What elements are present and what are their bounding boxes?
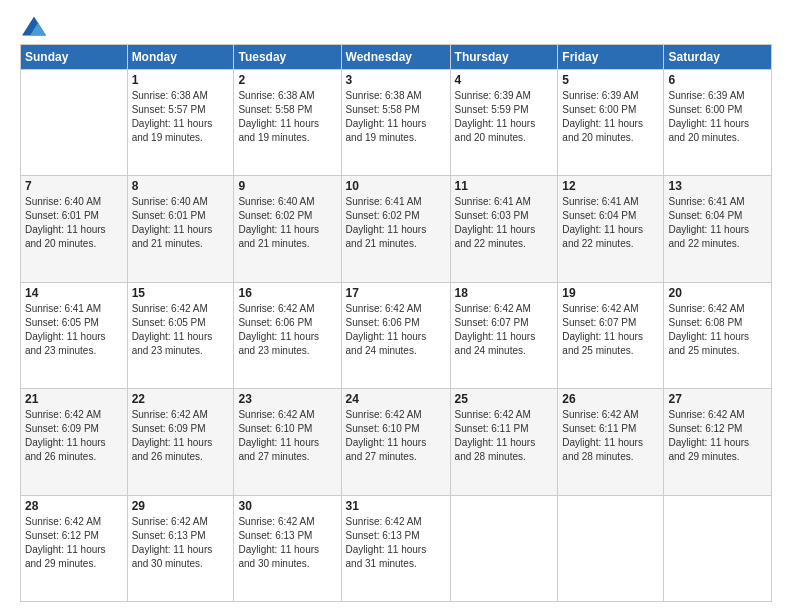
day-number: 13: [668, 179, 767, 193]
day-info: Sunrise: 6:41 AMSunset: 6:04 PMDaylight:…: [562, 195, 659, 251]
day-info: Sunrise: 6:42 AMSunset: 6:09 PMDaylight:…: [25, 408, 123, 464]
logo: [20, 16, 46, 36]
day-info: Sunrise: 6:41 AMSunset: 6:03 PMDaylight:…: [455, 195, 554, 251]
day-number: 18: [455, 286, 554, 300]
logo-icon: [22, 16, 46, 36]
calendar-cell: 21Sunrise: 6:42 AMSunset: 6:09 PMDayligh…: [21, 389, 128, 495]
day-info: Sunrise: 6:42 AMSunset: 6:06 PMDaylight:…: [346, 302, 446, 358]
day-info: Sunrise: 6:42 AMSunset: 6:13 PMDaylight:…: [132, 515, 230, 571]
calendar-cell: 20Sunrise: 6:42 AMSunset: 6:08 PMDayligh…: [664, 282, 772, 388]
calendar-cell: 4Sunrise: 6:39 AMSunset: 5:59 PMDaylight…: [450, 70, 558, 176]
day-number: 26: [562, 392, 659, 406]
calendar-cell: 26Sunrise: 6:42 AMSunset: 6:11 PMDayligh…: [558, 389, 664, 495]
calendar-week-row: 14Sunrise: 6:41 AMSunset: 6:05 PMDayligh…: [21, 282, 772, 388]
day-number: 4: [455, 73, 554, 87]
day-number: 5: [562, 73, 659, 87]
day-info: Sunrise: 6:41 AMSunset: 6:04 PMDaylight:…: [668, 195, 767, 251]
weekday-header: Friday: [558, 45, 664, 70]
calendar-cell: 15Sunrise: 6:42 AMSunset: 6:05 PMDayligh…: [127, 282, 234, 388]
calendar-cell: 28Sunrise: 6:42 AMSunset: 6:12 PMDayligh…: [21, 495, 128, 601]
calendar-cell: 11Sunrise: 6:41 AMSunset: 6:03 PMDayligh…: [450, 176, 558, 282]
day-info: Sunrise: 6:42 AMSunset: 6:07 PMDaylight:…: [455, 302, 554, 358]
calendar-cell: 6Sunrise: 6:39 AMSunset: 6:00 PMDaylight…: [664, 70, 772, 176]
day-number: 17: [346, 286, 446, 300]
day-number: 12: [562, 179, 659, 193]
calendar-cell: 16Sunrise: 6:42 AMSunset: 6:06 PMDayligh…: [234, 282, 341, 388]
day-info: Sunrise: 6:38 AMSunset: 5:58 PMDaylight:…: [238, 89, 336, 145]
day-number: 22: [132, 392, 230, 406]
calendar-week-row: 28Sunrise: 6:42 AMSunset: 6:12 PMDayligh…: [21, 495, 772, 601]
day-number: 7: [25, 179, 123, 193]
calendar-week-row: 7Sunrise: 6:40 AMSunset: 6:01 PMDaylight…: [21, 176, 772, 282]
calendar-week-row: 1Sunrise: 6:38 AMSunset: 5:57 PMDaylight…: [21, 70, 772, 176]
calendar-cell: [450, 495, 558, 601]
day-number: 31: [346, 499, 446, 513]
day-info: Sunrise: 6:42 AMSunset: 6:13 PMDaylight:…: [238, 515, 336, 571]
day-number: 11: [455, 179, 554, 193]
day-number: 15: [132, 286, 230, 300]
calendar-cell: 13Sunrise: 6:41 AMSunset: 6:04 PMDayligh…: [664, 176, 772, 282]
day-number: 29: [132, 499, 230, 513]
calendar-cell: 27Sunrise: 6:42 AMSunset: 6:12 PMDayligh…: [664, 389, 772, 495]
day-number: 8: [132, 179, 230, 193]
calendar-cell: 7Sunrise: 6:40 AMSunset: 6:01 PMDaylight…: [21, 176, 128, 282]
day-number: 20: [668, 286, 767, 300]
day-info: Sunrise: 6:41 AMSunset: 6:02 PMDaylight:…: [346, 195, 446, 251]
day-info: Sunrise: 6:39 AMSunset: 5:59 PMDaylight:…: [455, 89, 554, 145]
calendar-cell: 29Sunrise: 6:42 AMSunset: 6:13 PMDayligh…: [127, 495, 234, 601]
day-info: Sunrise: 6:41 AMSunset: 6:05 PMDaylight:…: [25, 302, 123, 358]
calendar-cell: 25Sunrise: 6:42 AMSunset: 6:11 PMDayligh…: [450, 389, 558, 495]
weekday-header: Thursday: [450, 45, 558, 70]
day-info: Sunrise: 6:42 AMSunset: 6:10 PMDaylight:…: [238, 408, 336, 464]
calendar-cell: 8Sunrise: 6:40 AMSunset: 6:01 PMDaylight…: [127, 176, 234, 282]
calendar-header-row: SundayMondayTuesdayWednesdayThursdayFrid…: [21, 45, 772, 70]
calendar-body: 1Sunrise: 6:38 AMSunset: 5:57 PMDaylight…: [21, 70, 772, 602]
weekday-header: Monday: [127, 45, 234, 70]
day-number: 1: [132, 73, 230, 87]
calendar-table: SundayMondayTuesdayWednesdayThursdayFrid…: [20, 44, 772, 602]
calendar-cell: 17Sunrise: 6:42 AMSunset: 6:06 PMDayligh…: [341, 282, 450, 388]
weekday-header: Sunday: [21, 45, 128, 70]
day-number: 30: [238, 499, 336, 513]
day-info: Sunrise: 6:38 AMSunset: 5:57 PMDaylight:…: [132, 89, 230, 145]
day-info: Sunrise: 6:42 AMSunset: 6:09 PMDaylight:…: [132, 408, 230, 464]
day-info: Sunrise: 6:40 AMSunset: 6:02 PMDaylight:…: [238, 195, 336, 251]
day-number: 16: [238, 286, 336, 300]
day-number: 3: [346, 73, 446, 87]
calendar-cell: 23Sunrise: 6:42 AMSunset: 6:10 PMDayligh…: [234, 389, 341, 495]
calendar-cell: 5Sunrise: 6:39 AMSunset: 6:00 PMDaylight…: [558, 70, 664, 176]
day-number: 24: [346, 392, 446, 406]
day-info: Sunrise: 6:42 AMSunset: 6:06 PMDaylight:…: [238, 302, 336, 358]
day-number: 9: [238, 179, 336, 193]
day-info: Sunrise: 6:39 AMSunset: 6:00 PMDaylight:…: [562, 89, 659, 145]
weekday-header: Saturday: [664, 45, 772, 70]
day-number: 28: [25, 499, 123, 513]
day-number: 27: [668, 392, 767, 406]
day-info: Sunrise: 6:42 AMSunset: 6:12 PMDaylight:…: [668, 408, 767, 464]
day-info: Sunrise: 6:42 AMSunset: 6:07 PMDaylight:…: [562, 302, 659, 358]
day-info: Sunrise: 6:40 AMSunset: 6:01 PMDaylight:…: [25, 195, 123, 251]
calendar-cell: 2Sunrise: 6:38 AMSunset: 5:58 PMDaylight…: [234, 70, 341, 176]
calendar-cell: 24Sunrise: 6:42 AMSunset: 6:10 PMDayligh…: [341, 389, 450, 495]
day-info: Sunrise: 6:42 AMSunset: 6:12 PMDaylight:…: [25, 515, 123, 571]
day-number: 25: [455, 392, 554, 406]
day-number: 10: [346, 179, 446, 193]
calendar-cell: [664, 495, 772, 601]
weekday-header: Wednesday: [341, 45, 450, 70]
day-info: Sunrise: 6:42 AMSunset: 6:08 PMDaylight:…: [668, 302, 767, 358]
calendar-cell: 22Sunrise: 6:42 AMSunset: 6:09 PMDayligh…: [127, 389, 234, 495]
page: SundayMondayTuesdayWednesdayThursdayFrid…: [0, 0, 792, 612]
calendar-cell: 19Sunrise: 6:42 AMSunset: 6:07 PMDayligh…: [558, 282, 664, 388]
calendar-cell: 18Sunrise: 6:42 AMSunset: 6:07 PMDayligh…: [450, 282, 558, 388]
day-info: Sunrise: 6:42 AMSunset: 6:13 PMDaylight:…: [346, 515, 446, 571]
weekday-header: Tuesday: [234, 45, 341, 70]
header: [20, 16, 772, 36]
day-number: 14: [25, 286, 123, 300]
calendar-cell: 31Sunrise: 6:42 AMSunset: 6:13 PMDayligh…: [341, 495, 450, 601]
calendar-cell: 1Sunrise: 6:38 AMSunset: 5:57 PMDaylight…: [127, 70, 234, 176]
day-info: Sunrise: 6:42 AMSunset: 6:11 PMDaylight:…: [455, 408, 554, 464]
calendar-cell: [21, 70, 128, 176]
day-info: Sunrise: 6:42 AMSunset: 6:11 PMDaylight:…: [562, 408, 659, 464]
calendar-cell: 3Sunrise: 6:38 AMSunset: 5:58 PMDaylight…: [341, 70, 450, 176]
day-number: 19: [562, 286, 659, 300]
